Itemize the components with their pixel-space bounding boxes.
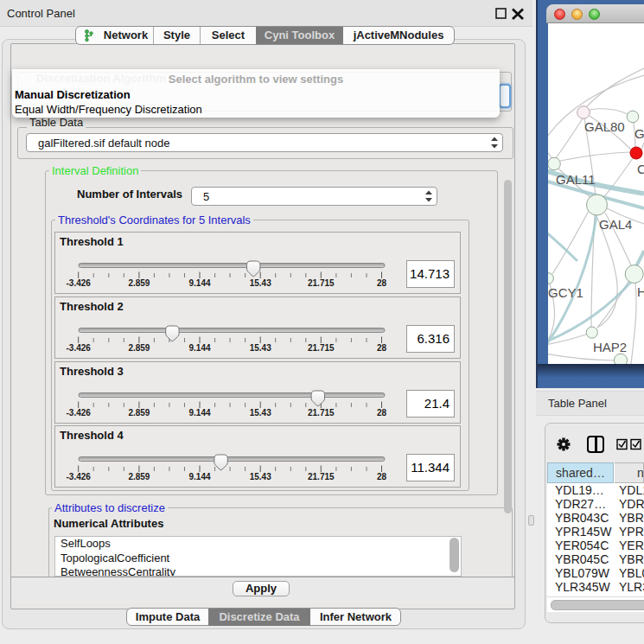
svg-text:-3.426: -3.426 — [67, 278, 92, 288]
svg-text:21.715: 21.715 — [308, 343, 335, 353]
svg-text:15.43: 15.43 — [250, 343, 271, 353]
svg-text:HAP2: HAP2 — [593, 340, 627, 354]
svg-text:28: 28 — [377, 472, 387, 481]
svg-text:GCY1: GCY1 — [548, 285, 583, 300]
svg-text:21.715: 21.715 — [308, 278, 335, 288]
svg-text:H: H — [637, 284, 644, 299]
svg-text:GAL4: GAL4 — [599, 217, 632, 232]
svg-text:2.859: 2.859 — [128, 278, 150, 288]
svg-text:28: 28 — [377, 408, 387, 418]
svg-text:2.859: 2.859 — [128, 472, 150, 481]
svg-text:GA: GA — [634, 126, 644, 141]
svg-text:GAL80: GAL80 — [584, 119, 625, 134]
svg-text:15.43: 15.43 — [250, 472, 271, 481]
svg-text:-3.426: -3.426 — [67, 408, 92, 418]
svg-text:9.144: 9.144 — [188, 408, 210, 418]
svg-text:9.144: 9.144 — [188, 472, 210, 481]
svg-text:-3.426: -3.426 — [67, 343, 92, 353]
svg-text:28: 28 — [377, 343, 387, 353]
svg-text:15.43: 15.43 — [250, 278, 271, 288]
svg-text:9.144: 9.144 — [188, 343, 210, 353]
svg-text:9.144: 9.144 — [188, 278, 210, 288]
svg-text:C: C — [637, 162, 644, 176]
svg-text:GAL11: GAL11 — [556, 172, 596, 187]
svg-text:28: 28 — [377, 278, 387, 288]
svg-text:-3.426: -3.426 — [67, 472, 92, 481]
svg-text:2.859: 2.859 — [128, 343, 150, 353]
svg-text:21.715: 21.715 — [308, 408, 335, 418]
svg-text:2.859: 2.859 — [128, 408, 150, 418]
svg-text:15.43: 15.43 — [250, 408, 271, 418]
svg-text:21.715: 21.715 — [308, 472, 335, 481]
